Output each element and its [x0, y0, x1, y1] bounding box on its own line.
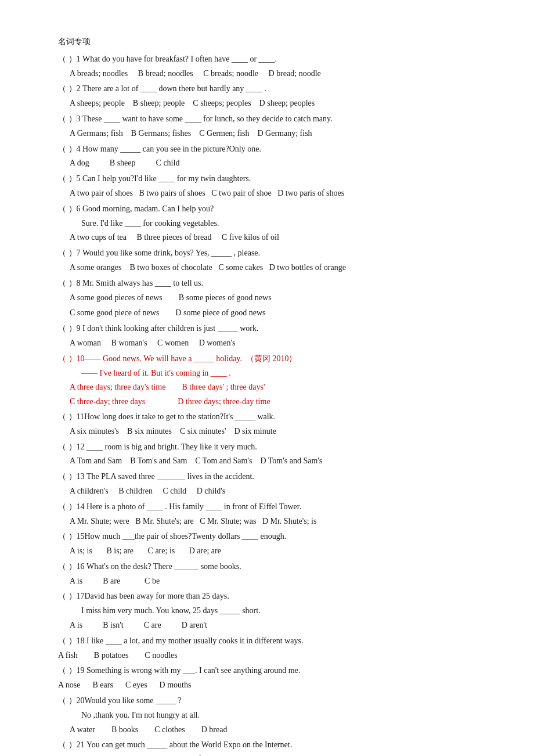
q10-opt2: C three-day; three days D three days; th…	[70, 395, 488, 409]
q13-text: （ ）13 The PLA saved three _______ lives …	[58, 470, 488, 484]
q16-text: （ ）16 What's on the desk? There ______ s…	[58, 560, 488, 574]
q19-options: A nose B ears C eyes D mouths	[58, 678, 488, 692]
q20-line2: No ,thank you. I'm not hungry at all.	[81, 708, 488, 722]
q5-text: （ ）5 Can I help you?I'd like ____ for my…	[58, 172, 488, 186]
question-list: （ ）1 What do you have for breakfast? I o…	[58, 52, 488, 756]
q11-text: （ ）11How long does it take to get to the…	[58, 410, 488, 424]
q5-options: A two pair of shoes B two pairs of shoes…	[70, 186, 488, 200]
q2-options: A sheeps; people B sheep; people C sheep…	[70, 96, 488, 110]
question-13: （ ）13 The PLA saved three _______ lives …	[58, 470, 488, 498]
q1-text: （ ）1 What do you have for breakfast? I o…	[58, 52, 488, 66]
q9-options: A woman B woman's C women D women's	[70, 336, 488, 350]
question-5: （ ）5 Can I help you?I'd like ____ for my…	[58, 172, 488, 200]
q13-options: A children's B children C child D child'…	[70, 484, 488, 498]
q9-text: （ ）9 I don't think looking after childre…	[58, 322, 488, 336]
q21-options: A map B picture C ticket D information	[58, 753, 488, 756]
q20-options: A water B books C clothes D bread	[70, 723, 488, 737]
q4-text: （ ）4 How many _____ can you see in the p…	[58, 142, 488, 156]
question-12: （ ）12 ____ room is big and bright. They …	[58, 440, 488, 469]
q7-text: （ ）7 Would you like some drink, boys? Ye…	[58, 246, 488, 260]
q18-text: （ ）18 I like ____ a lot, and my mother u…	[58, 634, 488, 648]
question-11: （ ）11How long does it take to get to the…	[58, 410, 488, 438]
q3-options: A Germans; fish B Germans; fishes C Germ…	[70, 127, 488, 141]
q17-line1: （ ）17David has been away for more than 2…	[58, 589, 488, 603]
q21-text: （ ）21 You can get much _____ about the W…	[58, 738, 488, 752]
question-2: （ ）2 There are a lot of ____ down there …	[58, 82, 488, 110]
q6-line1: （ ）6 Good morning, madam. Can I help you…	[58, 202, 488, 216]
q14-text: （ ）14 Here is a photo of ____ . His fami…	[58, 500, 488, 514]
q15-options: A is; is B is; are C are; is D are; are	[70, 544, 488, 558]
q20-line1: （ ）20Would you like some _____ ?	[58, 694, 488, 708]
section-title: 名词专项	[58, 35, 488, 49]
question-15: （ ）15How much ___the pair of shoes?Twent…	[58, 530, 488, 558]
q7-options: A some oranges B two boxes of chocolate …	[70, 261, 488, 275]
question-14: （ ）14 Here is a photo of ____ . His fami…	[58, 500, 488, 528]
question-6: （ ）6 Good morning, madam. Can I help you…	[58, 202, 488, 244]
q12-options: A Tom and Sam B Tom's and Sam C Tom and …	[70, 454, 488, 468]
question-7: （ ）7 Would you like some drink, boys? Ye…	[58, 246, 488, 275]
q19-text: （ ）19 Something is wrong with my ___. I …	[58, 664, 488, 678]
q17-line2: I miss him very much. You know, 25 days …	[81, 604, 488, 618]
q8-opt1: A some good pieces of news B some pieces…	[70, 291, 488, 305]
question-9: （ ）9 I don't think looking after childre…	[58, 322, 488, 350]
q1-options: A breads; noodles B bread; noodles C bre…	[70, 67, 488, 81]
question-3: （ ）3 These ____ want to have some ____ f…	[58, 112, 488, 141]
question-8: （ ）8 Mr. Smith always has ____ to tell u…	[58, 276, 488, 320]
q10-line1: （ ）10—— Good news. We will have a _____ …	[58, 352, 488, 366]
q8-opt2: C some good piece of news D some piece o…	[70, 306, 488, 320]
question-4: （ ）4 How many _____ can you see in the p…	[58, 142, 488, 171]
q3-text: （ ）3 These ____ want to have some ____ f…	[58, 112, 488, 126]
question-1: （ ）1 What do you have for breakfast? I o…	[58, 52, 488, 81]
q18-options: A fish B potatoes C noodles	[58, 649, 488, 663]
question-18: （ ）18 I like ____ a lot, and my mother u…	[58, 634, 488, 663]
q6-line2: Sure. I'd like ____ for cooking vegetabl…	[81, 217, 488, 231]
q2-text: （ ）2 There are a lot of ____ down there …	[58, 82, 488, 96]
question-10: （ ）10—— Good news. We will have a _____ …	[58, 352, 488, 409]
q16-options: A is B are C be	[70, 574, 488, 588]
q6-options: A two cups of tea B three pieces of brea…	[70, 231, 488, 244]
question-16: （ ）16 What's on the desk? There ______ s…	[58, 560, 488, 588]
question-20: （ ）20Would you like some _____ ? No ,tha…	[58, 694, 488, 736]
q8-text: （ ）8 Mr. Smith always has ____ to tell u…	[58, 276, 488, 290]
q15-text: （ ）15How much ___the pair of shoes?Twent…	[58, 530, 488, 543]
question-19: （ ）19 Something is wrong with my ___. I …	[58, 664, 488, 692]
question-21: （ ）21 You can get much _____ about the W…	[58, 738, 488, 756]
q11-options: A six minutes's B six minutes C six minu…	[70, 424, 488, 438]
q10-opt1: A three days; three day's time B three d…	[70, 380, 488, 394]
q12-text: （ ）12 ____ room is big and bright. They …	[58, 440, 488, 454]
question-17: （ ）17David has been away for more than 2…	[58, 589, 488, 632]
q14-options: A Mr. Shute; were B Mr. Shute's; are C M…	[70, 514, 488, 528]
q10-line2: —— I've heard of it. But it's coming in …	[81, 366, 488, 380]
q17-options: A is B isn't C are D aren't	[70, 618, 488, 632]
q4-options: A dog B sheep C child	[70, 156, 488, 170]
